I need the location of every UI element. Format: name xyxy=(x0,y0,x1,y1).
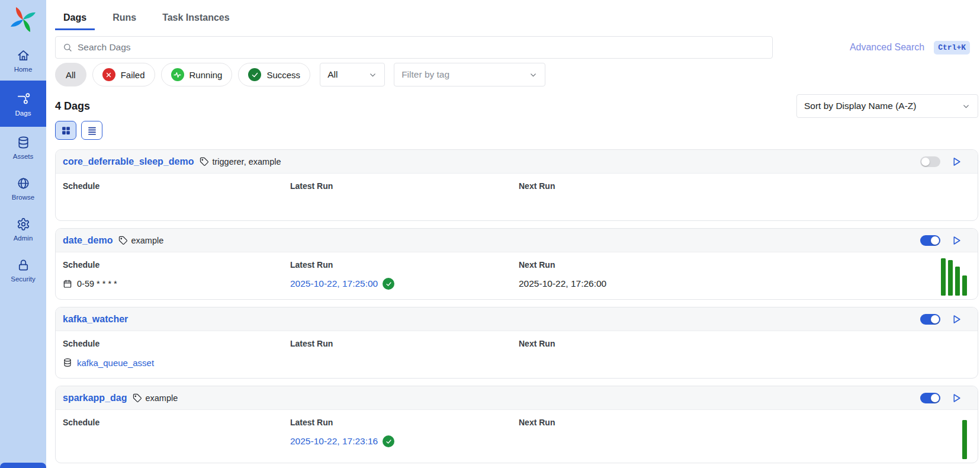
sidebar-item-home[interactable]: Home xyxy=(0,40,46,81)
sidebar-item-assets[interactable]: Assets xyxy=(0,127,46,168)
dag-card: kafka_watcher Schedule xyxy=(55,307,978,379)
dag-tags: example xyxy=(118,236,163,245)
next-run-value xyxy=(519,198,555,211)
chevron-down-icon xyxy=(962,102,971,111)
sidebar-item-security[interactable]: Security xyxy=(0,249,46,290)
run-duration-bar[interactable] xyxy=(962,420,967,459)
schedule-asset-link[interactable]: kafka_queue_asset xyxy=(77,358,154,368)
running-status-icon xyxy=(171,68,184,81)
tab-runs[interactable]: Runs xyxy=(104,8,144,30)
tab-task-instances[interactable]: Task Instances xyxy=(154,8,238,30)
grid-icon xyxy=(61,126,71,136)
next-run-value: 2025-10-22, 17:26:00 xyxy=(519,277,606,290)
recent-run-history[interactable] xyxy=(962,420,967,459)
search-row: Search Dags Advanced Search Ctrl+K xyxy=(55,36,978,59)
run-duration-bar[interactable] xyxy=(962,275,967,296)
latest-run-value xyxy=(290,356,333,369)
list-header: 4 Dags Sort by Display Name (A-Z) xyxy=(55,94,978,118)
filter-chip-failed[interactable]: Failed xyxy=(92,63,155,86)
schedule-value xyxy=(63,435,99,448)
lock-icon xyxy=(17,258,30,272)
sidebar-item-dags[interactable]: Dags xyxy=(0,81,46,127)
recent-run-history[interactable] xyxy=(941,258,967,296)
filter-chip-all[interactable]: All xyxy=(55,63,86,86)
dag-pause-toggle[interactable] xyxy=(920,156,940,167)
sidebar-item-label: Browse xyxy=(12,194,34,201)
latest-run-column-label: Latest Run xyxy=(290,418,394,427)
schedule-column-label: Schedule xyxy=(63,260,117,270)
trigger-dag-button[interactable] xyxy=(950,156,962,168)
top-tabs: Dags Runs Task Instances xyxy=(55,0,978,30)
dag-title-link[interactable]: sparkapp_dag xyxy=(63,393,127,403)
dag-list: core_deferrable_sleep_demo triggerer, ex… xyxy=(55,149,978,463)
next-run-column-label: Next Run xyxy=(519,181,555,191)
card-view-button[interactable] xyxy=(55,121,76,140)
main-content: Dags Runs Task Instances Search Dags Adv… xyxy=(46,0,980,468)
tab-dags[interactable]: Dags xyxy=(55,8,95,30)
schedule-value: 0-59 * * * * xyxy=(63,277,117,290)
run-duration-bar[interactable] xyxy=(948,260,953,296)
latest-run-value: 2025-10-22, 17:25:00 xyxy=(290,277,394,290)
sidebar-item-label: Admin xyxy=(14,235,33,242)
success-status-icon xyxy=(248,68,261,81)
home-icon xyxy=(17,49,30,62)
success-badge xyxy=(383,435,394,447)
latest-run-value xyxy=(290,198,333,211)
sort-select[interactable]: Sort by Display Name (A-Z) xyxy=(796,94,978,118)
sidebar-footer-strip xyxy=(0,463,46,468)
sidebar-item-label: Home xyxy=(14,66,33,73)
sidebar-item-label: Dags xyxy=(15,110,31,117)
dag-title-link[interactable]: date_demo xyxy=(63,235,113,246)
advanced-search-link[interactable]: Advanced Search xyxy=(850,42,924,53)
filter-chip-success[interactable]: Success xyxy=(238,63,310,86)
next-run-value xyxy=(519,356,555,369)
list-icon xyxy=(87,126,97,136)
globe-icon xyxy=(17,177,30,190)
table-view-button[interactable] xyxy=(81,121,102,140)
trigger-dag-button[interactable] xyxy=(950,235,962,246)
search-input[interactable]: Search Dags xyxy=(55,36,773,59)
chevron-down-icon xyxy=(368,70,377,79)
tag-icon xyxy=(118,236,128,245)
dag-tag-text: example xyxy=(145,393,178,403)
dag-pause-toggle[interactable] xyxy=(920,314,940,325)
airflow-logo[interactable] xyxy=(9,5,37,34)
success-badge xyxy=(383,278,394,290)
dag-card: date_demo example xyxy=(55,228,978,300)
sidebar-item-browse[interactable]: Browse xyxy=(0,168,46,209)
chevron-down-icon xyxy=(529,70,538,79)
database-icon xyxy=(63,358,72,367)
filter-chip-running[interactable]: Running xyxy=(161,63,233,86)
tag-filter-select[interactable]: Filter by tag xyxy=(394,63,545,86)
search-icon xyxy=(63,43,72,52)
run-duration-bar[interactable] xyxy=(955,267,960,296)
search-placeholder: Search Dags xyxy=(78,42,131,53)
dag-title-link[interactable]: core_deferrable_sleep_demo xyxy=(63,156,194,167)
dag-tags: triggerer, example xyxy=(200,157,281,166)
dag-icon xyxy=(17,92,30,106)
sidebar-item-admin[interactable]: Admin xyxy=(0,209,46,249)
latest-run-link[interactable]: 2025-10-22, 17:23:16 xyxy=(290,436,378,447)
paused-filter-select[interactable]: All xyxy=(320,63,385,86)
dag-pause-toggle[interactable] xyxy=(920,393,940,403)
trigger-dag-button[interactable] xyxy=(950,392,962,404)
dag-title-link[interactable]: kafka_watcher xyxy=(63,314,128,325)
latest-run-value: 2025-10-22, 17:23:16 xyxy=(290,435,394,448)
latest-run-link[interactable]: 2025-10-22, 17:25:00 xyxy=(290,278,378,289)
schedule-value xyxy=(63,198,99,211)
dag-pause-toggle[interactable] xyxy=(920,235,940,246)
next-run-column-label: Next Run xyxy=(519,418,555,427)
next-run-column-label: Next Run xyxy=(519,339,555,348)
sidebar-item-label: Assets xyxy=(13,153,34,160)
state-filter-bar: All Failed Running xyxy=(55,63,978,86)
run-duration-bar[interactable] xyxy=(941,258,946,296)
dag-card: sparkapp_dag example xyxy=(55,386,978,463)
dag-count-heading: 4 Dags xyxy=(55,100,90,113)
trigger-dag-button[interactable] xyxy=(950,313,962,325)
dag-tags: example xyxy=(133,393,178,403)
airflow-app: Home Dags Assets Browse Admin xyxy=(0,0,980,468)
dag-card: core_deferrable_sleep_demo triggerer, ex… xyxy=(55,149,978,221)
gear-icon xyxy=(17,217,30,231)
keyboard-shortcut-badge: Ctrl+K xyxy=(934,41,970,55)
tag-icon xyxy=(133,393,142,403)
